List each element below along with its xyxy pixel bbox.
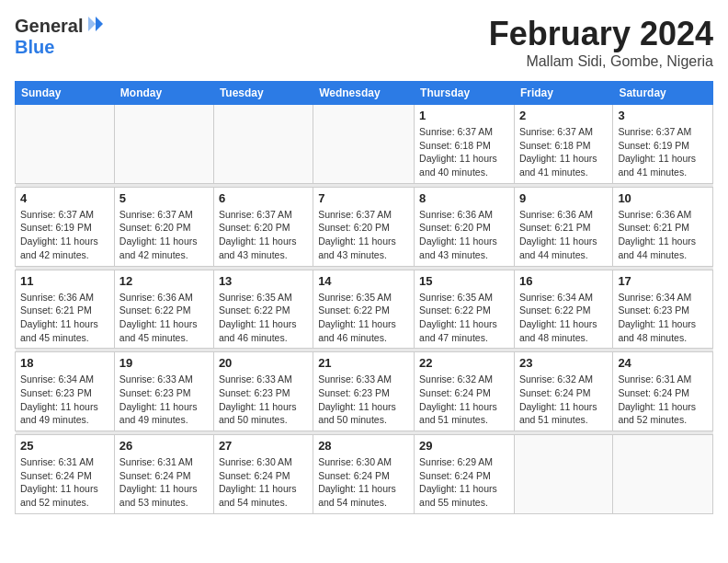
table-row xyxy=(16,105,115,184)
day-number: 20 xyxy=(219,356,308,370)
day-info: Sunrise: 6:35 AMSunset: 6:22 PMDaylight:… xyxy=(419,291,509,345)
day-number: 13 xyxy=(219,274,308,288)
table-row: 8Sunrise: 6:36 AMSunset: 6:20 PMDaylight… xyxy=(415,187,515,266)
day-number: 14 xyxy=(318,274,409,288)
table-row: 2Sunrise: 6:37 AMSunset: 6:18 PMDaylight… xyxy=(514,105,612,184)
col-tuesday: Tuesday xyxy=(213,82,313,105)
day-info: Sunrise: 6:37 AMSunset: 6:19 PMDaylight:… xyxy=(20,208,109,262)
calendar: Sunday Monday Tuesday Wednesday Thursday… xyxy=(15,81,713,514)
logo: General Blue xyxy=(15,15,105,58)
calendar-week-row: 11Sunrise: 6:36 AMSunset: 6:21 PMDayligh… xyxy=(16,270,713,349)
day-number: 8 xyxy=(419,191,509,205)
table-row: 10Sunrise: 6:36 AMSunset: 6:21 PMDayligh… xyxy=(613,187,713,266)
day-number: 21 xyxy=(318,356,409,370)
day-info: Sunrise: 6:36 AMSunset: 6:21 PMDaylight:… xyxy=(519,208,608,262)
day-info: Sunrise: 6:34 AMSunset: 6:22 PMDaylight:… xyxy=(519,291,608,345)
table-row: 13Sunrise: 6:35 AMSunset: 6:22 PMDayligh… xyxy=(213,270,313,349)
table-row xyxy=(313,105,415,184)
day-info: Sunrise: 6:37 AMSunset: 6:19 PMDaylight:… xyxy=(618,125,708,179)
day-number: 3 xyxy=(618,109,708,122)
table-row: 22Sunrise: 6:32 AMSunset: 6:24 PMDayligh… xyxy=(415,352,515,431)
day-info: Sunrise: 6:36 AMSunset: 6:20 PMDaylight:… xyxy=(419,208,509,262)
location: Mallam Sidi, Gombe, Nigeria xyxy=(489,53,713,70)
header: General Blue February 2024 Mallam Sidi, … xyxy=(15,15,713,70)
table-row: 6Sunrise: 6:37 AMSunset: 6:20 PMDaylight… xyxy=(213,187,313,266)
table-row xyxy=(514,435,612,514)
day-number: 17 xyxy=(618,274,708,288)
table-row xyxy=(613,435,713,514)
table-row: 4Sunrise: 6:37 AMSunset: 6:19 PMDaylight… xyxy=(16,187,115,266)
day-info: Sunrise: 6:31 AMSunset: 6:24 PMDaylight:… xyxy=(618,373,708,427)
col-friday: Friday xyxy=(514,82,612,105)
table-row: 17Sunrise: 6:34 AMSunset: 6:23 PMDayligh… xyxy=(613,270,713,349)
day-number: 16 xyxy=(519,274,608,288)
day-number: 25 xyxy=(20,439,109,453)
day-info: Sunrise: 6:30 AMSunset: 6:24 PMDaylight:… xyxy=(219,455,308,510)
day-number: 5 xyxy=(119,191,209,205)
day-number: 23 xyxy=(519,356,608,370)
day-info: Sunrise: 6:37 AMSunset: 6:20 PMDaylight:… xyxy=(219,208,308,262)
day-info: Sunrise: 6:37 AMSunset: 6:18 PMDaylight:… xyxy=(519,125,608,179)
day-info: Sunrise: 6:30 AMSunset: 6:24 PMDaylight:… xyxy=(318,455,409,510)
col-thursday: Thursday xyxy=(415,82,515,105)
day-number: 9 xyxy=(519,191,608,205)
calendar-header-row: Sunday Monday Tuesday Wednesday Thursday… xyxy=(16,82,713,105)
col-sunday: Sunday xyxy=(16,82,115,105)
table-row: 16Sunrise: 6:34 AMSunset: 6:22 PMDayligh… xyxy=(514,270,612,349)
day-info: Sunrise: 6:31 AMSunset: 6:24 PMDaylight:… xyxy=(119,455,209,510)
logo-blue: Blue xyxy=(15,37,54,57)
table-row: 12Sunrise: 6:36 AMSunset: 6:22 PMDayligh… xyxy=(114,270,213,349)
day-info: Sunrise: 6:33 AMSunset: 6:23 PMDaylight:… xyxy=(318,373,409,427)
logo-flag-icon xyxy=(86,15,105,37)
table-row: 18Sunrise: 6:34 AMSunset: 6:23 PMDayligh… xyxy=(16,352,115,431)
table-row: 20Sunrise: 6:33 AMSunset: 6:23 PMDayligh… xyxy=(213,352,313,431)
day-info: Sunrise: 6:33 AMSunset: 6:23 PMDaylight:… xyxy=(119,373,209,427)
day-number: 22 xyxy=(419,356,509,370)
table-row: 3Sunrise: 6:37 AMSunset: 6:19 PMDaylight… xyxy=(613,105,713,184)
day-info: Sunrise: 6:36 AMSunset: 6:22 PMDaylight:… xyxy=(119,291,209,345)
table-row: 23Sunrise: 6:32 AMSunset: 6:24 PMDayligh… xyxy=(514,352,612,431)
table-row: 19Sunrise: 6:33 AMSunset: 6:23 PMDayligh… xyxy=(114,352,213,431)
day-info: Sunrise: 6:37 AMSunset: 6:20 PMDaylight:… xyxy=(119,208,209,262)
day-info: Sunrise: 6:33 AMSunset: 6:23 PMDaylight:… xyxy=(219,373,308,427)
table-row: 14Sunrise: 6:35 AMSunset: 6:22 PMDayligh… xyxy=(313,270,415,349)
month-year: February 2024 xyxy=(489,15,713,53)
table-row: 11Sunrise: 6:36 AMSunset: 6:21 PMDayligh… xyxy=(16,270,115,349)
table-row: 24Sunrise: 6:31 AMSunset: 6:24 PMDayligh… xyxy=(613,352,713,431)
day-number: 19 xyxy=(119,356,209,370)
col-monday: Monday xyxy=(114,82,213,105)
col-saturday: Saturday xyxy=(613,82,713,105)
day-number: 27 xyxy=(219,439,308,453)
day-number: 7 xyxy=(318,191,409,205)
day-info: Sunrise: 6:36 AMSunset: 6:21 PMDaylight:… xyxy=(20,291,109,345)
table-row xyxy=(213,105,313,184)
day-number: 4 xyxy=(20,191,109,205)
table-row xyxy=(114,105,213,184)
day-info: Sunrise: 6:32 AMSunset: 6:24 PMDaylight:… xyxy=(419,373,509,427)
day-info: Sunrise: 6:36 AMSunset: 6:21 PMDaylight:… xyxy=(618,208,708,262)
day-number: 1 xyxy=(419,109,509,122)
day-number: 6 xyxy=(219,191,308,205)
day-number: 15 xyxy=(419,274,509,288)
calendar-week-row: 25Sunrise: 6:31 AMSunset: 6:24 PMDayligh… xyxy=(16,435,713,514)
day-number: 24 xyxy=(618,356,708,370)
day-info: Sunrise: 6:34 AMSunset: 6:23 PMDaylight:… xyxy=(20,373,109,427)
day-info: Sunrise: 6:35 AMSunset: 6:22 PMDaylight:… xyxy=(219,291,308,345)
table-row: 21Sunrise: 6:33 AMSunset: 6:23 PMDayligh… xyxy=(313,352,415,431)
calendar-week-row: 1Sunrise: 6:37 AMSunset: 6:18 PMDaylight… xyxy=(16,105,713,184)
day-info: Sunrise: 6:31 AMSunset: 6:24 PMDaylight:… xyxy=(20,455,109,510)
table-row: 5Sunrise: 6:37 AMSunset: 6:20 PMDaylight… xyxy=(114,187,213,266)
day-info: Sunrise: 6:34 AMSunset: 6:23 PMDaylight:… xyxy=(618,291,708,345)
title-area: February 2024 Mallam Sidi, Gombe, Nigeri… xyxy=(489,15,713,70)
day-number: 26 xyxy=(119,439,209,453)
table-row: 7Sunrise: 6:37 AMSunset: 6:20 PMDaylight… xyxy=(313,187,415,266)
table-row: 29Sunrise: 6:29 AMSunset: 6:24 PMDayligh… xyxy=(415,435,515,514)
day-info: Sunrise: 6:29 AMSunset: 6:24 PMDaylight:… xyxy=(419,455,509,510)
day-info: Sunrise: 6:37 AMSunset: 6:18 PMDaylight:… xyxy=(419,125,509,179)
table-row: 15Sunrise: 6:35 AMSunset: 6:22 PMDayligh… xyxy=(415,270,515,349)
table-row: 1Sunrise: 6:37 AMSunset: 6:18 PMDaylight… xyxy=(415,105,515,184)
table-row: 25Sunrise: 6:31 AMSunset: 6:24 PMDayligh… xyxy=(16,435,115,514)
day-info: Sunrise: 6:35 AMSunset: 6:22 PMDaylight:… xyxy=(318,291,409,345)
day-number: 12 xyxy=(119,274,209,288)
day-info: Sunrise: 6:37 AMSunset: 6:20 PMDaylight:… xyxy=(318,208,409,262)
